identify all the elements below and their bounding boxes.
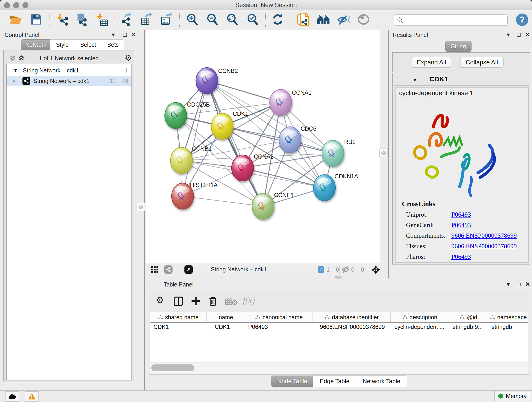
column-header-shared-name[interactable]: shared name: [150, 312, 207, 322]
selected-nodes-checkbox[interactable]: ✓: [318, 266, 324, 273]
crosslink-label: GeneCard:: [406, 221, 434, 229]
network-edge[interactable]: [207, 81, 281, 102]
cell-id[interactable]: stringdb:9...: [453, 324, 487, 330]
gene-collapse-icon[interactable]: ▼: [412, 77, 418, 83]
tab-network-table[interactable]: Network Table: [356, 375, 407, 387]
tab-style[interactable]: Style: [50, 39, 75, 50]
show-all-button[interactable]: [356, 10, 371, 29]
refresh-button[interactable]: [271, 10, 285, 29]
tab-edge-table[interactable]: Edge Table: [313, 375, 356, 387]
network-node-CCNB2[interactable]: [196, 68, 218, 94]
show-columns-icon[interactable]: [174, 297, 183, 307]
import-network-button[interactable]: [55, 10, 70, 29]
network-edge[interactable]: [183, 81, 207, 196]
zoom-out-button[interactable]: [205, 10, 220, 29]
crosslink-tissues-link[interactable]: 9606.ENSP00000378699: [451, 242, 517, 250]
horizontal-splitter-handle[interactable]: [335, 276, 342, 279]
table-panel-float-icon[interactable]: □: [517, 281, 520, 288]
export-image-button[interactable]: [159, 10, 173, 29]
results-panel-close-icon[interactable]: ✕: [525, 31, 530, 38]
create-column-icon[interactable]: [191, 297, 200, 307]
network-edge[interactable]: [183, 196, 263, 206]
table-options-gear-icon[interactable]: ⚙: [156, 295, 164, 305]
open-session-button[interactable]: [9, 10, 23, 29]
tab-network[interactable]: Network: [21, 39, 51, 50]
crosslink-uniprot-link[interactable]: P06493: [451, 211, 471, 218]
network-options-gear-icon[interactable]: ⚙: [125, 53, 132, 63]
string-style-icon[interactable]: [164, 265, 172, 274]
crosslink-pharos-link[interactable]: P06493: [451, 253, 471, 260]
cloud-status-button[interactable]: [5, 391, 19, 402]
cell-name[interactable]: CDK1: [215, 324, 247, 330]
warnings-button[interactable]: [25, 391, 39, 402]
export-network-button[interactable]: [119, 10, 133, 29]
network-canvas[interactable]: CCNB2CCNA1CDC25BCDK1CDC6RB1CCNB1CCNA2CDK…: [146, 30, 380, 263]
network-node-CCNA1[interactable]: [270, 89, 292, 115]
table-panel-close-icon[interactable]: ✕: [525, 281, 530, 288]
import-table-button[interactable]: [95, 10, 109, 29]
right-splitter[interactable]: [380, 30, 389, 279]
export-table-button[interactable]: [139, 10, 153, 29]
control-panel-float-icon[interactable]: □: [123, 31, 127, 38]
network-node-RB1[interactable]: [322, 140, 344, 166]
import-network-from-database-button[interactable]: [74, 10, 89, 29]
network-node-CDC25B[interactable]: [165, 102, 187, 128]
column-header-id[interactable]: @id: [449, 312, 488, 322]
table-row[interactable]: CDK1 CDK1 P06493 9606.ENSP00000378699 cy…: [150, 322, 528, 332]
collection-expand-icon[interactable]: ▼: [13, 68, 18, 73]
tab-sets[interactable]: Sets: [102, 39, 124, 50]
left-splitter-handle[interactable]: [137, 203, 145, 211]
network-node-CCNA2[interactable]: [232, 155, 254, 181]
network-node-CDKN1A[interactable]: [313, 175, 336, 201]
network-row-selected[interactable]: ● String Network – cdk1 11 48: [7, 76, 131, 86]
search-input[interactable]: [405, 17, 507, 24]
right-splitter-handle[interactable]: [380, 148, 388, 157]
cell-shared-name[interactable]: CDK1: [153, 324, 205, 330]
column-header-namespace[interactable]: namespace: [488, 312, 528, 322]
cell-canonical-name[interactable]: P06493: [248, 324, 310, 330]
delete-table-icon[interactable]: [225, 298, 237, 306]
control-panel-menu-icon[interactable]: ▾: [112, 31, 115, 38]
left-splitter[interactable]: [136, 30, 146, 390]
first-neighbors-button[interactable]: [317, 10, 331, 29]
tab-node-table[interactable]: Node Table: [271, 375, 313, 387]
cell-database-identifier[interactable]: 9606.ENSP00000378699: [320, 324, 393, 330]
column-header-database-identifier[interactable]: database identifier: [313, 312, 391, 322]
table-hscrollbar-track[interactable]: [150, 363, 528, 374]
memory-button[interactable]: Memory: [494, 391, 530, 401]
crosslink-genecard-link[interactable]: P06493: [451, 221, 471, 229]
cell-description[interactable]: cyclin-dependent ...: [394, 324, 448, 330]
crosslink-compartments-link[interactable]: 9606.ENSP00000378699: [451, 232, 517, 239]
network-node-CDC6[interactable]: [279, 127, 301, 153]
table-panel-menu-icon[interactable]: ▾: [507, 281, 510, 288]
save-session-button[interactable]: [29, 10, 43, 29]
birds-eye-grid-icon[interactable]: [151, 265, 159, 274]
table-hscrollbar-thumb[interactable]: [151, 364, 194, 371]
column-header-name[interactable]: name: [207, 312, 245, 322]
control-panel-close-icon[interactable]: ✕: [131, 31, 136, 38]
fit-content-crosshair-icon[interactable]: [371, 265, 380, 275]
network-graph[interactable]: CCNB2CCNA1CDC25BCDK1CDC6RB1CCNB1CCNA2CDK…: [146, 30, 380, 263]
delete-columns-icon[interactable]: [209, 296, 217, 307]
column-header-canonical-name[interactable]: canonical name: [245, 312, 313, 322]
zoom-fit-button[interactable]: [225, 10, 239, 29]
network-node-CCNB1[interactable]: [171, 147, 192, 173]
string-protein-query-button[interactable]: [296, 10, 310, 29]
network-node-CCNE1[interactable]: [252, 193, 274, 219]
column-header-description[interactable]: description: [391, 312, 449, 322]
help-button[interactable]: ?: [516, 13, 528, 26]
expand-all-button[interactable]: Expand All: [412, 57, 451, 68]
collapse-all-button[interactable]: Collapse All: [460, 57, 504, 68]
tab-string-results[interactable]: String: [445, 41, 472, 52]
zoom-selected-button[interactable]: [246, 10, 260, 29]
network-collection-row[interactable]: ▼ String Network – cdk1 1: [7, 65, 131, 76]
results-panel-float-icon[interactable]: □: [517, 31, 520, 38]
results-panel-menu-icon[interactable]: ▾: [507, 31, 510, 38]
open-in-browser-icon[interactable]: ↗: [184, 265, 193, 274]
network-node-CDK1[interactable]: [211, 113, 233, 139]
zoom-in-button[interactable]: [185, 10, 199, 29]
hide-selected-button[interactable]: [336, 10, 351, 29]
tab-select[interactable]: Select: [74, 39, 102, 50]
function-builder-icon[interactable]: f(x): [243, 295, 255, 305]
cell-namespace[interactable]: stringdb: [492, 324, 526, 330]
